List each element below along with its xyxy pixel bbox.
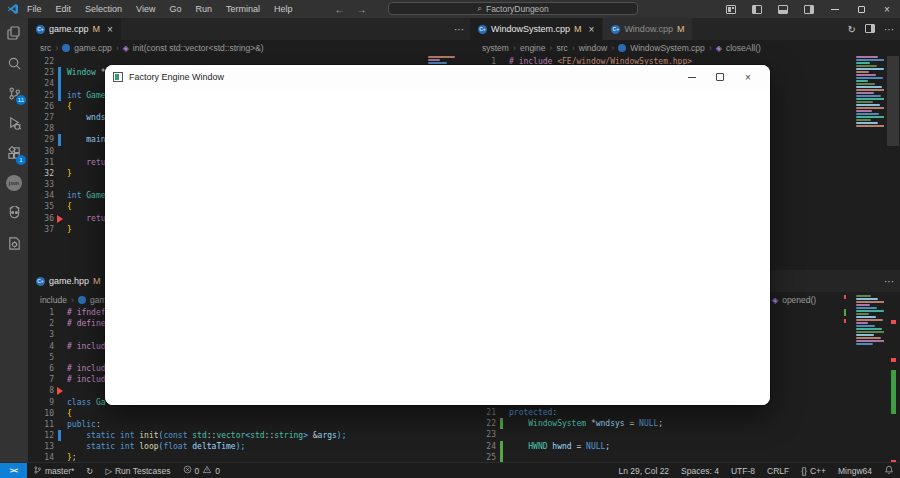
menu-terminal[interactable]: Terminal	[226, 4, 260, 14]
json-extension-icon[interactable]: json	[0, 168, 28, 198]
window-close-button[interactable]: ×	[874, 0, 900, 18]
command-center-search[interactable]: ⌕ FactoryDungeon	[388, 2, 638, 15]
remote-indicator[interactable]: ><	[0, 463, 27, 478]
toggle-sidebar-icon[interactable]	[744, 0, 770, 18]
customize-layout-icon[interactable]	[718, 0, 744, 18]
explorer-icon[interactable]	[0, 18, 28, 48]
nav-back-icon[interactable]: ←	[334, 4, 344, 15]
breadcrumb-item[interactable]: WindowSystem.cpp	[630, 43, 705, 53]
breadcrumb-item[interactable]: init(const std::vector<std::string>&)	[133, 43, 264, 53]
line-number: 22	[470, 418, 496, 429]
breadcrumb-item[interactable]: system	[482, 43, 509, 53]
titlebar: FileEditSelectionViewGoRunTerminalHelp ←…	[0, 0, 900, 18]
cpp-file-icon	[62, 44, 70, 52]
breadcrumb-item[interactable]: closeAll()	[726, 43, 761, 53]
method-symbol-icon: ◈	[123, 44, 129, 53]
code-editor[interactable]: 21protected:22 WindowSystem *wndsys = NU…	[470, 407, 900, 463]
breadcrumb-item[interactable]: game.cpp	[74, 43, 111, 53]
source-control-icon[interactable]: 11	[0, 78, 28, 108]
method-symbol-icon: ◈	[716, 44, 722, 53]
tab-close-icon[interactable]: ×	[589, 24, 595, 35]
indentation[interactable]: Spaces: 4	[675, 463, 725, 478]
code-text: int Game	[61, 190, 106, 201]
overview-added-mark	[891, 370, 896, 414]
toggle-secondary-sidebar-icon[interactable]	[796, 0, 822, 18]
menu-selection[interactable]: Selection	[85, 4, 122, 14]
code-text: WindowSystem *wndsys = NULL;	[503, 418, 663, 429]
breadcrumb-item[interactable]: engine	[520, 43, 546, 53]
breadcrumb-item[interactable]: include	[40, 295, 67, 305]
menu-go[interactable]: Go	[169, 4, 181, 14]
shell-indicator[interactable]: Mingw64	[832, 463, 878, 478]
git-mod-mark	[58, 134, 61, 145]
line-number: 24	[470, 441, 496, 452]
code-text: # includ	[61, 363, 106, 374]
gutter	[58, 123, 61, 134]
tab-bar: C+WindowSystem.cppM×C+Window.cppM ↻ ···	[470, 18, 900, 40]
tab-windowsystem-cpp[interactable]: C+WindowSystem.cppM×	[470, 18, 603, 40]
sync-changes-icon[interactable]: ↻	[80, 463, 99, 478]
factory-window-titlebar[interactable]: Factory Engine Window ×	[105, 65, 770, 89]
line-number: 1	[28, 307, 54, 318]
minimap[interactable]	[846, 56, 884, 136]
problems-item[interactable]: 0 0	[177, 463, 226, 478]
code-text: # includ	[61, 374, 106, 385]
search-sidebar-icon[interactable]	[0, 48, 28, 78]
line-number: 13	[28, 441, 54, 452]
more-actions-icon[interactable]: ···	[884, 24, 894, 35]
run-testcases-button[interactable]: ▷ Run Testcases	[99, 463, 176, 478]
cpp-file-icon: C+	[611, 25, 620, 34]
app-close-button[interactable]: ×	[734, 65, 762, 89]
scrollbar[interactable]	[886, 292, 900, 462]
window-minimize-button[interactable]	[822, 0, 848, 18]
more-actions-icon[interactable]: ···	[884, 276, 894, 287]
breadcrumb-item[interactable]: src	[556, 43, 567, 53]
file-settings-extension-icon[interactable]	[0, 228, 28, 258]
window-restore-button[interactable]	[848, 0, 874, 18]
bug-face-extension-icon[interactable]	[0, 198, 28, 228]
line-number: 4	[28, 341, 54, 352]
breadcrumb-item[interactable]: opened()	[782, 295, 816, 305]
tab-close-icon[interactable]: ×	[107, 24, 113, 35]
breadcrumb-item[interactable]: src	[40, 43, 51, 53]
menu-file[interactable]: File	[27, 4, 42, 14]
tab-label: Window.cpp	[624, 24, 673, 34]
scrollbar[interactable]	[886, 54, 900, 270]
more-actions-icon[interactable]: ···	[454, 24, 464, 35]
extensions-icon[interactable]: 1	[0, 138, 28, 168]
breadcrumb-separator: ›	[116, 43, 119, 53]
tab-window-cpp[interactable]: C+Window.cppM	[603, 18, 693, 40]
line-number: 23	[470, 429, 496, 440]
app-minimize-button[interactable]	[678, 65, 706, 89]
menu-help[interactable]: Help	[274, 4, 293, 14]
cursor-position[interactable]: Ln 29, Col 22	[613, 463, 676, 478]
toggle-panel-icon[interactable]	[770, 0, 796, 18]
language-mode[interactable]: {} C++	[795, 463, 832, 478]
gutter	[58, 352, 61, 363]
factory-engine-window[interactable]: Factory Engine Window ×	[105, 65, 770, 405]
menu-view[interactable]: View	[136, 4, 155, 14]
play-icon: ▷	[105, 466, 112, 476]
app-maximize-button[interactable]	[706, 65, 734, 89]
encoding[interactable]: UTF-8	[725, 463, 761, 478]
method-symbol-icon: ◈	[772, 296, 778, 305]
tab-game-cpp[interactable]: C+game.cppM×	[28, 18, 122, 40]
open-changes-icon[interactable]: ↻	[848, 24, 856, 35]
git-branch-item[interactable]: master*	[27, 463, 80, 478]
gutter	[58, 408, 61, 419]
breadcrumb-separator: ›	[549, 43, 552, 53]
run-debug-icon[interactable]	[0, 108, 28, 138]
nav-forward-icon[interactable]: →	[356, 4, 366, 15]
minimap[interactable]	[846, 295, 884, 351]
split-editor-icon[interactable]	[865, 24, 875, 35]
code-text: public:	[61, 419, 101, 430]
menu-run[interactable]: Run	[195, 4, 212, 14]
git-mod-mark	[58, 430, 61, 441]
eol-sequence[interactable]: CRLF	[761, 463, 795, 478]
breadcrumb-item[interactable]: window	[579, 43, 607, 53]
notifications-bell-icon[interactable]	[878, 463, 900, 478]
menu-edit[interactable]: Edit	[56, 4, 72, 14]
gutter	[58, 363, 61, 374]
line-number: 2	[28, 318, 54, 329]
code-line: 12 static int init(const std::vector<std…	[28, 430, 470, 441]
